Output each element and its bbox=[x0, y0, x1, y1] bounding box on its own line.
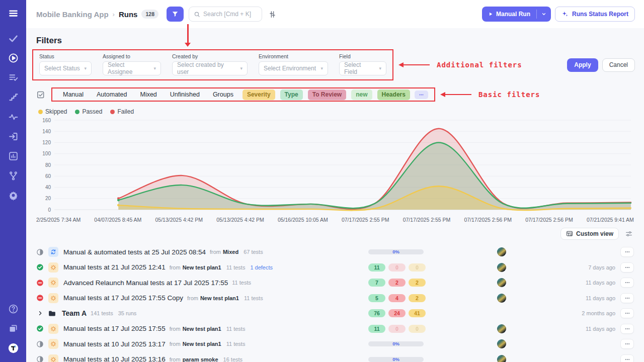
run-title[interactable]: Manual tests at 10 Jul 2025 13:17 bbox=[63, 340, 166, 348]
row-menu-button[interactable] bbox=[620, 354, 634, 362]
sparkle-icon bbox=[561, 11, 569, 18]
basic-filter-tab-automated[interactable]: Automated bbox=[90, 91, 133, 98]
sidebar-item-steps-icon[interactable] bbox=[7, 91, 19, 103]
failed-status-icon bbox=[36, 294, 44, 302]
custom-view-button[interactable]: Custom view bbox=[560, 228, 619, 240]
group-row[interactable]: Team A141 tests35 runs76 24 412 months a… bbox=[36, 306, 634, 321]
manual-run-dropdown-button[interactable] bbox=[537, 12, 551, 17]
run-row[interactable]: Manual tests at 17 Jul 2025 17:55 Copyfr… bbox=[36, 291, 634, 306]
filter-select[interactable]: Select Assignee▾ bbox=[103, 61, 161, 75]
sidebar-item-projects-icon[interactable] bbox=[7, 322, 19, 334]
basic-filter-tab-groups[interactable]: Groups bbox=[206, 91, 240, 98]
more-filters-button[interactable] bbox=[415, 90, 428, 99]
run-title[interactable]: Manual tests at 10 Jul 2025 13:16 bbox=[63, 355, 166, 362]
avatar[interactable] bbox=[497, 263, 506, 272]
breadcrumb-project[interactable]: Mobile Banking App bbox=[36, 10, 109, 19]
sidebar-item-checklist-icon[interactable] bbox=[7, 71, 19, 83]
row-menu-button[interactable] bbox=[620, 308, 634, 318]
filter-select[interactable]: Select Status▾ bbox=[39, 61, 92, 75]
row-menu-button[interactable] bbox=[620, 278, 634, 288]
avatar[interactable] bbox=[497, 294, 506, 303]
run-title[interactable]: Manual & automated tests at 25 Jul 2025 … bbox=[63, 248, 206, 256]
manual-run-split-button[interactable]: Manual Run bbox=[482, 7, 551, 22]
basic-filter-tag-severity[interactable]: Severity bbox=[243, 89, 275, 100]
sidebar-item-import-icon[interactable] bbox=[7, 130, 19, 142]
sidebar-item-logo-icon[interactable] bbox=[7, 342, 19, 354]
run-defects-link[interactable]: 1 defects bbox=[250, 264, 273, 270]
filter-funnel-button[interactable] bbox=[167, 7, 184, 22]
search-box[interactable] bbox=[189, 7, 262, 22]
basic-filter-tag-type[interactable]: Type bbox=[280, 89, 303, 100]
cancel-button[interactable]: Cancel bbox=[602, 58, 635, 72]
row-menu-button[interactable] bbox=[620, 339, 634, 349]
badge-failed: 4 bbox=[388, 294, 406, 302]
expand-chevron-icon[interactable] bbox=[36, 310, 44, 316]
sidebar-item-settings-icon[interactable] bbox=[7, 189, 19, 201]
sidebar-item-menu-icon[interactable] bbox=[7, 7, 19, 19]
failed-status-icon bbox=[36, 279, 44, 287]
avatar[interactable] bbox=[497, 339, 506, 348]
badge-passed: 76 bbox=[368, 309, 385, 317]
arrow-left-icon bbox=[398, 62, 404, 67]
sidebar-item-help-icon[interactable] bbox=[7, 303, 19, 315]
sidebar-item-branches-icon[interactable] bbox=[7, 169, 19, 182]
legend-item-failed[interactable]: Failed bbox=[110, 108, 134, 115]
runs-status-report-label: Runs Status Report bbox=[572, 11, 628, 18]
run-row[interactable]: Manual tests at 10 Jul 2025 13:17fromNew… bbox=[36, 336, 634, 352]
filter-select[interactable]: Select Environment▾ bbox=[259, 61, 328, 75]
sidebar-item-pulse-icon[interactable] bbox=[7, 111, 19, 123]
run-title[interactable]: Advanced Relaunch Manual tests at 17 Jul… bbox=[63, 279, 228, 287]
group-title[interactable]: Team A bbox=[62, 309, 87, 317]
run-title[interactable]: Manual tests at 17 Jul 2025 17:55 bbox=[63, 325, 166, 332]
spark-icon bbox=[48, 339, 58, 349]
legend-dot bbox=[75, 110, 79, 114]
avatar[interactable] bbox=[497, 278, 506, 287]
run-title[interactable]: Manual tests at 21 Jul 2025 12:41 bbox=[63, 263, 166, 271]
search-settings-sliders-icon[interactable] bbox=[268, 10, 277, 19]
additional-filters-label: Additional filters bbox=[437, 61, 522, 69]
basic-filter-tag-to-review[interactable]: To Review bbox=[308, 89, 346, 100]
legend-item-passed[interactable]: Passed bbox=[75, 108, 102, 115]
filter-select[interactable]: Select Field▾ bbox=[339, 61, 386, 75]
sidebar-item-analytics-icon[interactable] bbox=[7, 150, 19, 162]
row-menu-button[interactable] bbox=[620, 247, 634, 257]
runs-chart: 020406080100120140160 bbox=[36, 116, 634, 217]
run-row[interactable]: Advanced Relaunch Manual tests at 17 Jul… bbox=[36, 275, 634, 291]
basic-filter-tag-new[interactable]: new bbox=[351, 89, 372, 100]
run-row[interactable]: Manual tests at 21 Jul 2025 12:41fromNew… bbox=[36, 260, 634, 276]
run-age: 2 months ago bbox=[582, 310, 615, 316]
run-from-label: from bbox=[210, 249, 221, 255]
search-input[interactable] bbox=[203, 11, 259, 18]
bulk-select-icon[interactable] bbox=[36, 90, 46, 100]
run-row[interactable]: Manual tests at 10 Jul 2025 13:16frompar… bbox=[36, 352, 634, 362]
runs-status-report-button[interactable]: Runs Status Report bbox=[555, 7, 635, 22]
filter-label: Status bbox=[39, 53, 92, 59]
additional-filters-annotation-box: Status Select Status▾ Assigned to Select… bbox=[32, 49, 393, 80]
basic-filter-tab-mixed[interactable]: Mixed bbox=[133, 91, 163, 98]
run-stats: 5 4 2 bbox=[368, 294, 487, 302]
sidebar-item-runs-play-icon[interactable] bbox=[7, 52, 19, 64]
row-menu-button[interactable] bbox=[620, 262, 634, 273]
apply-button[interactable]: Apply bbox=[567, 58, 598, 72]
list-settings-sliders-icon[interactable] bbox=[625, 230, 633, 238]
table-settings-icon bbox=[566, 230, 573, 237]
badge-skipped: 0 bbox=[409, 325, 426, 333]
legend-item-skipped[interactable]: Skipped bbox=[38, 108, 67, 115]
avatar[interactable] bbox=[497, 324, 506, 333]
manual-run-button[interactable]: Manual Run bbox=[482, 11, 536, 18]
basic-filter-tab-unfinished[interactable]: Unfinished bbox=[164, 91, 206, 98]
avatar[interactable] bbox=[497, 355, 506, 362]
run-title[interactable]: Manual tests at 17 Jul 2025 17:55 Copy bbox=[63, 294, 183, 302]
progress-bar: 0% bbox=[368, 357, 424, 362]
avatar[interactable] bbox=[497, 247, 506, 256]
row-menu-button[interactable] bbox=[620, 293, 634, 303]
row-menu-button[interactable] bbox=[620, 324, 634, 334]
sidebar-item-tests-check-icon[interactable] bbox=[7, 32, 19, 44]
basic-filter-tag-headers[interactable]: Headers bbox=[377, 89, 410, 100]
sidebar bbox=[0, 0, 26, 362]
run-row[interactable]: Manual tests at 17 Jul 2025 17:55fromNew… bbox=[36, 321, 634, 337]
filter-select[interactable]: Select created by user▾ bbox=[172, 61, 248, 75]
svg-text:80: 80 bbox=[45, 162, 51, 168]
run-row[interactable]: Manual & automated tests at 25 Jul 2025 … bbox=[36, 244, 634, 260]
basic-filter-tab-manual[interactable]: Manual bbox=[56, 91, 90, 98]
